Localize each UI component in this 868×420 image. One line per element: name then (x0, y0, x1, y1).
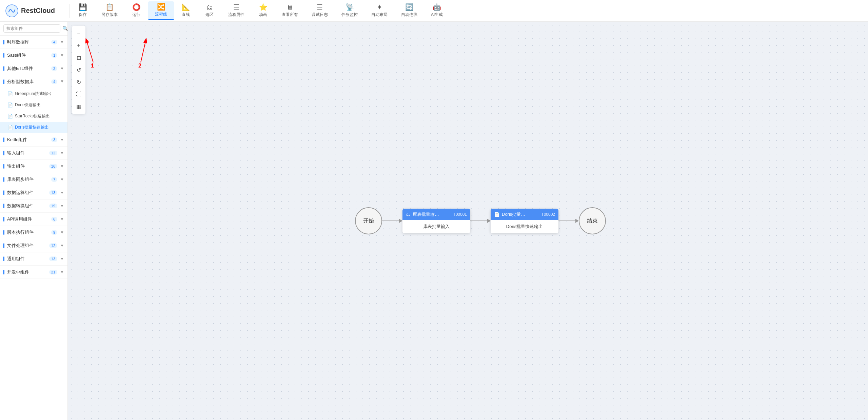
toolbar-icon-view-all: 🖥 (287, 4, 293, 11)
fit-view-btn[interactable]: ⊞ (73, 52, 84, 63)
cat-indicator-file-process (3, 243, 4, 248)
sidebar-categories: 时序数据库 4 ▼ Sass组件 1 ▼ 其他ETL组件 2 ▼ 分析型数据库 … (0, 36, 67, 279)
sidebar: 🔍 ☰ 时序数据库 4 ▼ Sass组件 1 ▼ 其他ETL组件 2 ▼ 分析型… (0, 22, 68, 420)
item-icon-doris-out: 📄 (7, 102, 13, 108)
category-header-input[interactable]: 输入组件 12 ▼ (0, 147, 67, 159)
cat-count-data-transform: 19 (49, 204, 57, 208)
toolbar-item-task-monitor[interactable]: 📡任务监控 (335, 2, 364, 20)
cat-label-time-series-db: 时序数据库 (7, 39, 50, 45)
toolbar-item-straight[interactable]: 📐直线 (174, 2, 198, 20)
toolbar-label-view-all: 查看所有 (282, 12, 298, 18)
toolbar-label-debug-log: 调试日志 (312, 12, 328, 18)
cat-label-other-etl: 其他ETL组件 (7, 65, 50, 72)
category-header-kettle[interactable]: Kettle组件 3 ▼ (0, 133, 67, 146)
category-header-time-series-db[interactable]: 时序数据库 4 ▼ (0, 36, 67, 49)
category-header-other-etl[interactable]: 其他ETL组件 2 ▼ (0, 62, 67, 75)
cat-count-data-calc: 13 (49, 190, 57, 195)
sidebar-item-doris-batch[interactable]: 📄 Doris批量快速输出 (0, 122, 67, 133)
cat-count-file-process: 12 (49, 243, 57, 248)
redo-btn[interactable]: ↻ (73, 77, 84, 88)
category-header-sass[interactable]: Sass组件 1 ▼ (0, 49, 67, 62)
category-header-data-calc[interactable]: 数据运算组件 13 ▼ (0, 186, 67, 199)
category-header-output[interactable]: 输出组件 16 ▼ (0, 160, 67, 173)
category-header-analytics-db[interactable]: 分析型数据库 4 ▲ (0, 75, 67, 88)
cat-count-general: 13 (49, 256, 57, 261)
cat-label-api-call: API调用组件 (7, 216, 50, 222)
grid-btn[interactable]: ▦ (73, 101, 84, 112)
cat-indicator-data-calc (3, 190, 4, 195)
cat-arrow-dev: ▼ (60, 270, 64, 274)
toolbar-item-run[interactable]: ⭕运行 (124, 2, 148, 20)
search-box: 🔍 ☰ (0, 22, 67, 36)
category-header-script-exec[interactable]: 脚本执行组件 9 ▼ (0, 226, 67, 239)
sidebar-item-doris-out[interactable]: 📄 Doris快速输出 (0, 99, 67, 111)
toolbar-item-select[interactable]: 🗂选区 (198, 2, 221, 20)
node1-header: 🗂 库表批量输… T00001 (402, 209, 470, 220)
category-header-general[interactable]: 通用组件 13 ▼ (0, 252, 67, 265)
cat-indicator-script-exec (3, 230, 4, 235)
toolbar-item-view-all[interactable]: 🖥查看所有 (275, 2, 305, 20)
category-script-exec: 脚本执行组件 9 ▼ (0, 226, 67, 239)
cat-arrow-kettle: ▼ (60, 137, 64, 142)
cat-count-analytics-db: 4 (51, 79, 57, 84)
toolbar-label-auto-connect: 自动连线 (401, 12, 417, 18)
search-icon[interactable]: 🔍 (62, 26, 68, 31)
flow-node-2[interactable]: 📄 Doris批量… T00002 Doris批量快速输出 (491, 209, 558, 233)
toolbar-icon-animation: ⭐ (259, 4, 268, 11)
canvas-tools: −+⊞↺↻⛶▦ (72, 26, 85, 114)
toolbar-item-debug-log[interactable]: ☰调试日志 (305, 2, 335, 20)
category-input: 输入组件 12 ▼ (0, 147, 67, 160)
fullscreen-btn[interactable]: ⛶ (73, 89, 84, 100)
toolbar-item-auto-connect[interactable]: 🔄自动连线 (394, 2, 424, 20)
toolbar-divider (69, 4, 70, 18)
item-label-greenplum: Greenplum快速输出 (15, 91, 51, 97)
cat-label-dev: 开发中组件 (7, 269, 48, 275)
cat-count-input: 12 (49, 151, 57, 155)
cat-indicator-data-transform (3, 204, 4, 208)
toolbar-icon-save-version: 📋 (105, 4, 114, 11)
cat-count-dev: 21 (49, 270, 57, 274)
flow-arrow-2 (470, 219, 491, 223)
toolbar-item-flow-line[interactable]: 🔀流程线 (148, 1, 174, 20)
category-header-dev[interactable]: 开发中组件 21 ▼ (0, 266, 67, 279)
svg-text:2: 2 (138, 63, 141, 69)
toolbar-item-auto-layout[interactable]: ✦自动布局 (364, 2, 394, 20)
sidebar-item-greenplum[interactable]: 📄 Greenplum快速输出 (0, 88, 67, 99)
toolbar-icon-debug-log: ☰ (317, 4, 323, 11)
start-node: 开始 (355, 207, 382, 234)
zoom-out-btn[interactable]: − (73, 28, 84, 39)
cat-count-sass: 1 (51, 53, 57, 58)
search-input[interactable] (3, 24, 60, 33)
category-header-file-process[interactable]: 文件处理组件 12 ▼ (0, 239, 67, 252)
cat-indicator-api-call (3, 217, 4, 222)
logo-text: RestCloud (21, 7, 55, 15)
toolbar-item-animation[interactable]: ⭐动画 (251, 2, 275, 20)
flow-node-1[interactable]: 🗂 库表批量输… T00001 库表批量输入 (402, 209, 470, 233)
cat-count-api-call: 6 (51, 217, 57, 222)
cat-arrow-data-calc: ▼ (60, 190, 64, 195)
category-header-api-call[interactable]: API调用组件 6 ▼ (0, 213, 67, 226)
category-output: 输出组件 16 ▼ (0, 160, 67, 173)
sidebar-item-starrocks[interactable]: 📄 StarRocks快速输出 (0, 111, 67, 122)
cat-arrow-file-process: ▼ (60, 243, 64, 248)
category-header-table-sync[interactable]: 库表同步组件 7 ▼ (0, 173, 67, 186)
item-label-doris-batch: Doris批量快速输出 (15, 125, 49, 130)
cat-arrow-input: ▼ (60, 151, 64, 155)
toolbar-icon-save: 💾 (79, 4, 87, 11)
category-analytics-db: 分析型数据库 4 ▲ 📄 Greenplum快速输出 📄 Doris快速输出 📄… (0, 75, 67, 133)
category-header-data-transform[interactable]: 数据转换组件 19 ▼ (0, 199, 67, 212)
undo-btn[interactable]: ↺ (73, 64, 84, 75)
logo-icon (5, 4, 18, 17)
node1-id: T00001 (453, 212, 467, 217)
toolbar-icon-straight: 📐 (182, 4, 190, 11)
node2-icon: 📄 (494, 212, 500, 217)
toolbar-item-ai-generate[interactable]: 🤖AI生成 (424, 2, 450, 20)
toolbar-item-flow-attrs[interactable]: ☰流程属性 (221, 2, 251, 20)
toolbar-icon-auto-connect: 🔄 (405, 4, 414, 11)
canvas-area[interactable]: −+⊞↺↻⛶▦ 开始 🗂 库表批量输… T00001 库表批量输入 (68, 22, 868, 420)
zoom-in-btn[interactable]: + (73, 40, 84, 51)
node2-header: 📄 Doris批量… T00002 (491, 209, 558, 220)
toolbar-item-save[interactable]: 💾保存 (71, 2, 95, 20)
toolbar-item-save-version[interactable]: 📋另存版本 (95, 2, 124, 20)
item-label-doris-out: Doris快速输出 (15, 102, 41, 108)
